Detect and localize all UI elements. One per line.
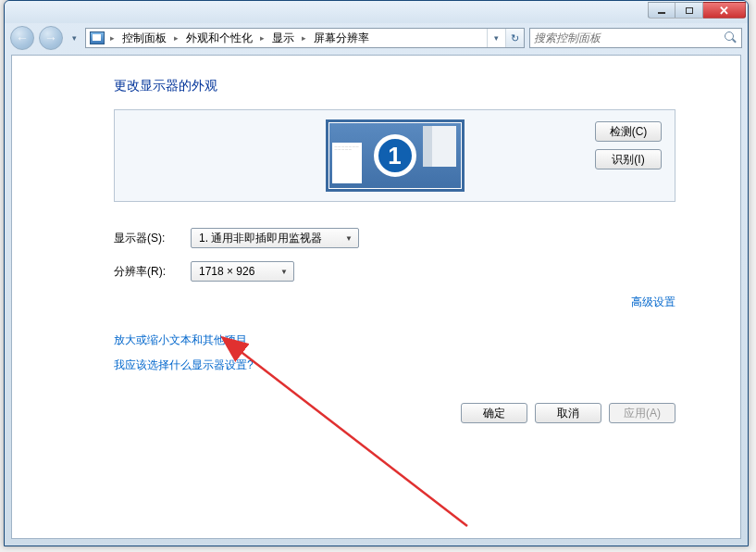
window-frame: ✕ ← → ▾ ▸ 控制面板 ▸ 外观和个性化 ▸ 显示 ▸ 屏幕分辨率 ▾ ↻ bbox=[4, 0, 749, 546]
breadcrumb-sep-icon: ▸ bbox=[108, 33, 117, 43]
breadcrumb-item[interactable]: 屏幕分辨率 bbox=[312, 31, 371, 46]
resolution-label: 分辨率(R): bbox=[114, 264, 174, 280]
display-value: 1. 通用非即插即用监视器 bbox=[199, 231, 322, 246]
maximize-icon bbox=[686, 7, 693, 14]
nav-back-button[interactable]: ← bbox=[10, 26, 34, 50]
close-button[interactable]: ✕ bbox=[703, 2, 746, 19]
breadcrumb-sep-icon: ▸ bbox=[300, 33, 308, 43]
breadcrumb-item[interactable]: 显示 bbox=[270, 31, 296, 46]
chevron-down-icon: ▾ bbox=[494, 33, 499, 43]
chevron-down-icon: ▼ bbox=[280, 268, 288, 276]
text-size-link[interactable]: 放大或缩小文本和其他项目 bbox=[114, 333, 247, 346]
detect-button[interactable]: 检测(C) bbox=[595, 121, 662, 142]
nav-forward-button[interactable]: → bbox=[39, 26, 63, 50]
ok-button[interactable]: 确定 bbox=[461, 403, 527, 423]
arrow-right-icon: → bbox=[44, 31, 57, 45]
display-field-row: 显示器(S): 1. 通用非即插即用监视器 ▼ bbox=[114, 228, 675, 248]
resolution-field-row: 分辨率(R): 1718 × 926 ▼ bbox=[114, 261, 675, 282]
address-row: ← → ▾ ▸ 控制面板 ▸ 外观和个性化 ▸ 显示 ▸ 屏幕分辨率 ▾ ↻ bbox=[5, 23, 748, 53]
chevron-down-icon: ▼ bbox=[345, 234, 353, 243]
breadcrumb-sep-icon: ▸ bbox=[258, 33, 266, 43]
breadcrumb-sep-icon: ▸ bbox=[172, 33, 180, 43]
search-input[interactable] bbox=[534, 31, 725, 44]
client-area: 更改显示器的外观 — — — — — — — — — — — — 1 检测(C)… bbox=[11, 55, 741, 539]
display-combobox[interactable]: 1. 通用非即插即用监视器 ▼ bbox=[191, 228, 359, 248]
maximize-button[interactable] bbox=[675, 2, 703, 19]
identify-button[interactable]: 识别(I) bbox=[595, 149, 662, 169]
resolution-combobox[interactable]: 1718 × 926 ▼ bbox=[191, 261, 294, 282]
search-icon bbox=[725, 31, 737, 44]
search-box[interactable] bbox=[529, 28, 742, 48]
monitor-thumbnail[interactable]: — — — — — — — — — — — — 1 bbox=[326, 119, 465, 192]
address-dropdown-button[interactable]: ▾ bbox=[487, 29, 505, 47]
resolution-value: 1718 × 926 bbox=[199, 265, 254, 278]
content-pane: 更改显示器的外观 — — — — — — — — — — — — 1 检测(C)… bbox=[12, 56, 740, 445]
minimize-icon bbox=[658, 12, 665, 14]
apply-button[interactable]: 应用(A) bbox=[609, 403, 675, 423]
display-label: 显示器(S): bbox=[114, 231, 174, 246]
minimize-button[interactable] bbox=[648, 2, 675, 19]
control-panel-icon bbox=[90, 31, 105, 44]
monitor-number-badge: 1 bbox=[374, 134, 416, 177]
cancel-button[interactable]: 取消 bbox=[535, 403, 601, 423]
nav-history-dropdown[interactable]: ▾ bbox=[68, 29, 81, 47]
refresh-icon: ↻ bbox=[511, 32, 519, 44]
thumb-document-icon: — — — — — — — — — — — — bbox=[332, 143, 362, 183]
thumb-panel-icon bbox=[423, 126, 456, 167]
address-bar[interactable]: ▸ 控制面板 ▸ 外观和个性化 ▸ 显示 ▸ 屏幕分辨率 ▾ ↻ bbox=[85, 28, 525, 48]
which-settings-link[interactable]: 我应该选择什么显示器设置? bbox=[114, 358, 254, 371]
page-title: 更改显示器的外观 bbox=[114, 78, 675, 94]
close-icon: ✕ bbox=[719, 5, 729, 17]
arrow-left-icon: ← bbox=[16, 31, 29, 45]
refresh-button[interactable]: ↻ bbox=[505, 29, 524, 47]
title-bar: ✕ bbox=[5, 1, 748, 23]
advanced-settings-link[interactable]: 高级设置 bbox=[631, 295, 675, 308]
breadcrumb-item[interactable]: 外观和个性化 bbox=[184, 31, 254, 46]
dialog-action-row: 确定 取消 应用(A) bbox=[114, 403, 675, 423]
breadcrumb-item[interactable]: 控制面板 bbox=[120, 31, 168, 46]
monitor-preview-box: — — — — — — — — — — — — 1 检测(C) 识别(I) bbox=[114, 109, 675, 202]
